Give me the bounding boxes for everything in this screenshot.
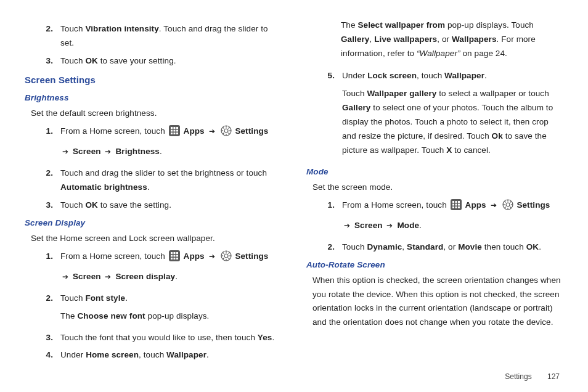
svg-rect-5 — [173, 130, 175, 132]
svg-rect-45 — [455, 203, 457, 205]
svg-rect-22 — [173, 252, 175, 254]
mode-intro: Set the screen mode. — [312, 181, 563, 195]
svg-rect-1 — [171, 127, 173, 129]
display-step-1: 1. From a Home screen, touch Apps Settin… — [37, 250, 282, 288]
left-column: 2. Touch Vibration intensity. Touch and … — [25, 18, 282, 366]
svg-rect-7 — [171, 133, 173, 134]
svg-line-16 — [223, 128, 224, 129]
svg-rect-9 — [176, 133, 178, 134]
mode-step-2: 2. Touch Dynamic, Standard, or Movie the… — [319, 240, 563, 255]
apps-icon — [169, 250, 180, 266]
brightness-steps: 1. From a Home screen, touch Apps Settin… — [37, 125, 282, 213]
step-number: 2. — [319, 240, 342, 255]
svg-rect-2 — [173, 127, 175, 129]
display-step-5: 5. Under Lock screen, touch Wallpaper. T… — [319, 69, 563, 161]
svg-rect-27 — [171, 258, 173, 259]
arrow-icon — [385, 221, 394, 230]
settings-icon — [502, 199, 513, 215]
step-text: From a Home screen, touch Apps Settings … — [342, 198, 563, 237]
footer-page-number: 127 — [547, 372, 560, 381]
manual-page: 2. Touch Vibration intensity. Touch and … — [0, 0, 588, 392]
svg-rect-49 — [458, 206, 460, 208]
step-number: 3. — [37, 198, 60, 213]
arrow-icon — [489, 200, 499, 210]
step-3: 3. Touch OK to save your setting. — [37, 54, 282, 68]
brightness-step-1: 1. From a Home screen, touch Apps Settin… — [37, 125, 282, 163]
svg-line-59 — [510, 201, 511, 202]
settings-icon — [221, 125, 232, 141]
svg-rect-43 — [458, 201, 460, 203]
step-number: 3. — [37, 54, 60, 68]
subheading-brightness: Brightness — [25, 91, 282, 105]
svg-line-17 — [228, 133, 229, 134]
step-text: Under Lock screen, touch Wallpaper. Touc… — [342, 69, 563, 161]
svg-rect-44 — [452, 203, 454, 205]
svg-line-39 — [228, 252, 229, 253]
arrow-icon — [103, 272, 113, 281]
svg-rect-3 — [176, 127, 178, 129]
step-number: 1. — [37, 125, 60, 139]
step-number: 2. — [37, 292, 60, 306]
svg-point-11 — [224, 129, 228, 133]
settings-icon — [221, 250, 232, 266]
svg-rect-29 — [176, 258, 178, 259]
page-footer: Settings 127 — [505, 372, 560, 381]
svg-line-56 — [504, 201, 505, 202]
step-number: 5. — [319, 69, 342, 83]
svg-rect-48 — [455, 206, 457, 208]
svg-rect-24 — [171, 255, 173, 256]
step-text: Touch Dynamic, Standard, or Movie then t… — [342, 240, 563, 255]
step-text: Touch the font that you would like to us… — [60, 331, 282, 345]
step-text: Touch and drag the slider to set the bri… — [60, 166, 282, 195]
brightness-step-2: 2. Touch and drag the slider to set the … — [37, 166, 282, 195]
subheading-screen-display: Screen Display — [25, 216, 282, 231]
step-text: From a Home screen, touch Apps Settings … — [60, 125, 282, 163]
arrow-icon — [342, 221, 352, 230]
apps-icon — [451, 199, 462, 215]
svg-point-51 — [506, 203, 510, 206]
arrow-icon — [207, 126, 217, 136]
svg-line-36 — [223, 252, 224, 253]
step-text: Under Home screen, touch Wallpaper. — [60, 348, 282, 362]
apps-icon — [169, 125, 180, 141]
heading-screen-settings: Screen Settings — [25, 72, 282, 88]
svg-line-58 — [504, 206, 505, 208]
autorotate-paragraph: When this option is checked, the screen … — [312, 274, 563, 330]
arrow-icon — [103, 147, 113, 156]
svg-rect-28 — [173, 258, 175, 259]
step-number: 4. — [37, 348, 60, 362]
svg-line-18 — [223, 133, 224, 134]
step-number: 1. — [37, 250, 60, 264]
step-number: 1. — [319, 198, 342, 213]
svg-rect-46 — [458, 203, 460, 205]
svg-rect-6 — [176, 130, 178, 132]
mode-steps: 1. From a Home screen, touch Apps Settin… — [319, 198, 563, 255]
prior-section-steps: 2. Touch Vibration intensity. Touch and … — [37, 22, 282, 68]
svg-rect-47 — [452, 206, 454, 208]
svg-rect-41 — [452, 201, 454, 203]
svg-rect-8 — [173, 133, 175, 134]
arrow-icon — [60, 272, 70, 281]
svg-rect-42 — [455, 201, 457, 203]
svg-rect-23 — [176, 252, 178, 254]
display-step-2: 2. Touch Font style. The Choose new font… — [37, 292, 282, 327]
display-step-3: 3. Touch the font that you would like to… — [37, 331, 282, 345]
svg-rect-26 — [176, 255, 178, 256]
svg-rect-4 — [171, 130, 173, 132]
svg-line-57 — [510, 206, 511, 208]
display-step-4-continued: The Select wallpaper from pop-up display… — [341, 18, 563, 61]
arrow-icon — [60, 147, 70, 156]
display-steps: 1. From a Home screen, touch Apps Settin… — [37, 250, 282, 363]
arrow-icon — [207, 251, 217, 261]
svg-rect-25 — [173, 255, 175, 256]
step-number: 3. — [37, 331, 60, 345]
display-step-4: 4. Under Home screen, touch Wallpaper. — [37, 348, 282, 362]
step-number: 2. — [37, 166, 60, 181]
step-number: 2. — [37, 22, 60, 36]
svg-point-31 — [224, 254, 228, 258]
two-column-layout: 2. Touch Vibration intensity. Touch and … — [25, 18, 563, 366]
step-text: Touch Font style. The Choose new font po… — [60, 292, 282, 327]
display-steps-continued: 5. Under Lock screen, touch Wallpaper. T… — [319, 69, 563, 161]
subheading-autorotate: Auto-Rotate Screen — [306, 258, 563, 272]
display-intro: Set the Home screen and Lock screen wall… — [31, 232, 282, 246]
